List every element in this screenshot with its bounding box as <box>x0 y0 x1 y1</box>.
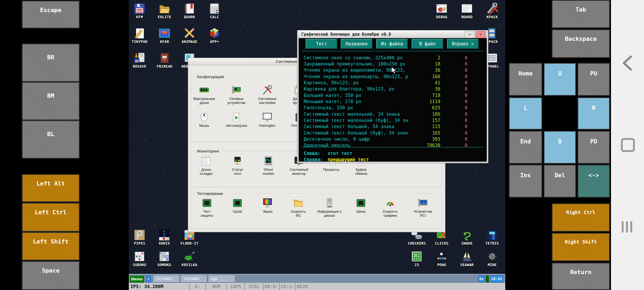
updown-icon[interactable]: ↕ <box>146 276 151 282</box>
key-end[interactable]: End <box>509 131 542 164</box>
settings-item-system-settings[interactable]: Системные настройки <box>252 85 283 105</box>
settings-item-protection-test[interactable]: Тест защиты <box>191 198 222 218</box>
desktop-icon-fb2read[interactable]: FB2READ <box>152 52 177 68</box>
key-page-down[interactable]: PD <box>577 131 610 164</box>
menu-button[interactable]: Меню <box>130 276 144 282</box>
desktop-icon-debug[interactable]: DEBUG <box>430 3 454 19</box>
task-button-syspanel-1[interactable]: SYSPANEL <box>154 276 180 282</box>
settings-item-cpuid[interactable]: CpuId <box>222 198 253 213</box>
key-insert[interactable]: Ins <box>509 165 542 198</box>
key-escape[interactable]: Escape <box>22 1 80 28</box>
key-down[interactable]: D <box>544 131 576 164</box>
settings-item-disk-info[interactable]: Информация о дисках <box>314 198 345 218</box>
key-right-ctrl[interactable]: Right Ctrl <box>552 203 610 232</box>
desktop-icon-tetris[interactable]: TETRIS <box>480 229 504 245</box>
home-icon[interactable] <box>621 138 635 152</box>
settings-item-ghost-monitor[interactable]: Ghost monitor <box>253 156 284 176</box>
desktop-icon-calc[interactable]: CALC <box>202 3 226 19</box>
settings-item-screen[interactable]: Экран <box>252 198 283 213</box>
key-bm[interactable]: BM <box>22 82 80 120</box>
settings-item-virtual-disks[interactable]: Виртуальные диски <box>189 85 220 105</box>
desktop-icon-rdsave[interactable]: RDSAVE <box>129 52 152 68</box>
settings-item-fs-speed[interactable]: Скорость ФС <box>283 198 314 218</box>
key-up[interactable]: U <box>544 63 576 96</box>
key-home[interactable]: Home <box>509 63 542 96</box>
settings-item-debug-board[interactable]: Доска отладки <box>191 156 222 176</box>
key-page-up[interactable]: PU <box>577 63 610 96</box>
key-left-ctrl[interactable]: Left Ctrl <box>22 203 80 232</box>
clock[interactable]: 18:42 <box>490 276 503 282</box>
close-button[interactable]: ✕ <box>475 31 486 38</box>
benchmark-titlebar[interactable]: Графический бенчмарк для Колибри v0.9 — … <box>299 30 487 38</box>
bench-row: Картинка для блиттера, 90x123, px360 <box>304 86 467 92</box>
desktop-icon-xonix[interactable]: XONIX <box>152 229 176 245</box>
names-button[interactable]: Названия <box>341 39 372 49</box>
bench-row: Системный текст маленький, 34 знака1860 <box>304 111 467 117</box>
desktop-icon-seawar[interactable]: SEAWAR <box>455 251 479 267</box>
lawnmower-icon <box>184 251 195 262</box>
right-button[interactable]: Вправо > <box>447 39 479 49</box>
to-file-button[interactable]: В файл <box>412 39 443 49</box>
desktop-icon-kosilka[interactable]: KOSILKA <box>177 251 202 267</box>
back-icon[interactable] <box>621 55 633 71</box>
key-delete[interactable]: Del <box>544 165 576 198</box>
from-file-button[interactable]: Из файла <box>376 39 408 49</box>
key-left[interactable]: L <box>509 97 542 130</box>
desktop-icon-gomoku[interactable]: GOMOKU <box>152 251 176 267</box>
key-left-alt[interactable]: Left Alt <box>22 174 80 202</box>
desktop-icon-sudoku[interactable]: SUDOKU <box>129 251 152 267</box>
desktop-icon-board[interactable]: BOARD <box>455 3 479 19</box>
settings-item-bus[interactable]: Шина <box>345 198 376 213</box>
icon-label: PIPES <box>129 241 152 245</box>
key-return[interactable]: Return <box>552 263 610 290</box>
bug-icon <box>436 3 448 15</box>
benchmark-window-title: Графический бенчмарк для Колибри v0.9 <box>301 32 391 37</box>
key-tab[interactable]: Tab <box>552 0 610 28</box>
icon-label: DEBUG <box>430 15 454 19</box>
chip-icon <box>202 198 212 208</box>
key-switch[interactable]: <-> <box>577 165 610 198</box>
key-br[interactable]: BR <box>22 44 80 82</box>
key-space[interactable]: Space <box>22 261 80 290</box>
key-bl[interactable]: BL <box>22 120 80 159</box>
desktop-icon-kpack[interactable]: KPACK <box>480 3 504 19</box>
debug-board-icon <box>201 156 211 166</box>
desktop-icon-mine[interactable]: MINE <box>480 251 504 267</box>
settings-item-network-devices[interactable]: Сетевые устройства <box>221 85 252 105</box>
snake-game-icon <box>461 229 473 241</box>
key-left-shift[interactable]: Left Shift <box>22 232 80 260</box>
minimize-button[interactable]: — <box>464 31 475 38</box>
desktop-icon-quark[interactable]: QUARK <box>177 3 202 19</box>
desktop-icon-appplus[interactable]: APP+ <box>202 27 226 44</box>
desktop-icon-kfar[interactable]: KFAR <box>152 27 177 44</box>
mouse-cursor <box>391 67 397 75</box>
settings-item-pci-devices[interactable]: Устройства PCI <box>407 198 438 218</box>
settings-item-graphics-speed[interactable]: Скорость графики <box>375 198 406 218</box>
desktop-icon-kfm[interactable]: KFM <box>129 3 152 19</box>
desktop-icon-eolite[interactable]: EOLITE <box>152 3 177 19</box>
key-backspace[interactable]: Backspace <box>552 29 610 58</box>
settings-item-mouse[interactable]: Мышь <box>189 112 220 128</box>
test-button[interactable]: Тест <box>306 39 337 49</box>
desktop-icon-tinypad[interactable]: TINYPAD <box>129 27 152 44</box>
settings-item-hotangles[interactable]: HotAngles <box>252 112 283 128</box>
language-indicator[interactable]: En <box>478 276 484 282</box>
desktop-icon-pipes[interactable]: PIPES <box>129 229 152 245</box>
icon-label: FLOOD-IT <box>177 241 202 245</box>
task-button-syspanel-2[interactable]: SYSPANEL <box>181 276 207 282</box>
desktop-icon-snake[interactable]: SNAKE <box>455 229 479 245</box>
key-right[interactable]: R <box>577 97 610 130</box>
calculator-icon <box>208 3 220 15</box>
key-right-shift[interactable]: Right Shift <box>552 233 610 261</box>
desktop-icon-pong[interactable]: PONG <box>430 251 454 267</box>
item-label: Автозагрузка <box>221 124 252 128</box>
task-button-mgb[interactable]: mgb <box>209 276 235 282</box>
benchmark-window: Графический бенчмарк для Колибри v0.9 — … <box>297 30 488 163</box>
menu-bars-icon[interactable] <box>622 221 632 233</box>
item-label: Экран <box>252 209 283 213</box>
desktop-icon-fifteen[interactable]: 15 <box>405 251 429 267</box>
settings-item-autorun[interactable]: Автозагрузка <box>221 112 252 128</box>
settings-item-net-status[interactable]: Статус сети <box>222 156 253 176</box>
ram-icon <box>199 85 210 96</box>
desktop-icon-animage[interactable]: ANIMAGE <box>177 27 202 44</box>
